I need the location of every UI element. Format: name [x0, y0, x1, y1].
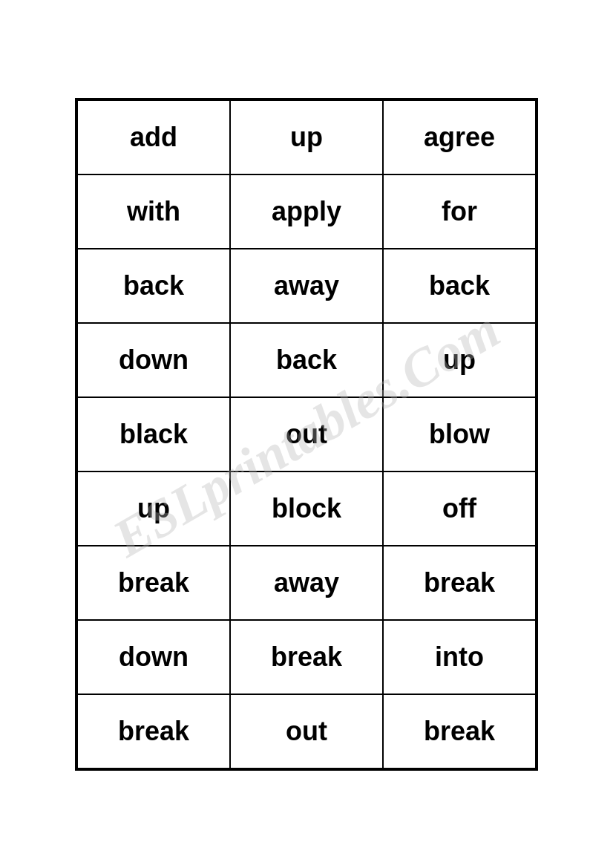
cell-6-2: break	[383, 546, 536, 620]
cell-3-1: back	[230, 323, 383, 397]
cell-5-1: block	[230, 471, 383, 546]
cell-8-1: out	[230, 694, 383, 769]
cell-6-0: break	[77, 546, 230, 620]
cell-7-0: down	[77, 620, 230, 694]
table-row: backawayback	[77, 249, 536, 323]
cell-5-2: off	[383, 471, 536, 546]
table-row: withapplyfor	[77, 174, 536, 249]
cell-7-2: into	[383, 620, 536, 694]
cell-3-2: up	[383, 323, 536, 397]
cell-1-2: for	[383, 174, 536, 249]
cell-4-0: black	[77, 397, 230, 471]
table-row: upblockoff	[77, 471, 536, 546]
table-row: breakawaybreak	[77, 546, 536, 620]
cell-5-0: up	[77, 471, 230, 546]
cell-3-0: down	[77, 323, 230, 397]
cell-8-2: break	[383, 694, 536, 769]
cell-1-1: apply	[230, 174, 383, 249]
cell-8-0: break	[77, 694, 230, 769]
table-row: downbreakinto	[77, 620, 536, 694]
cell-0-0: add	[77, 100, 230, 174]
page: ESLprintables.Com addupagreewithapplyfor…	[0, 0, 613, 868]
cell-2-0: back	[77, 249, 230, 323]
cell-6-1: away	[230, 546, 383, 620]
cell-4-2: blow	[383, 397, 536, 471]
table-row: downbackup	[77, 323, 536, 397]
table-row: blackoutblow	[77, 397, 536, 471]
cell-2-2: back	[383, 249, 536, 323]
table-row: addupagree	[77, 100, 536, 174]
cell-0-2: agree	[383, 100, 536, 174]
cell-0-1: up	[230, 100, 383, 174]
word-table: addupagreewithapplyforbackawaybackdownba…	[76, 99, 537, 769]
cell-2-1: away	[230, 249, 383, 323]
cell-1-0: with	[77, 174, 230, 249]
table-row: breakoutbreak	[77, 694, 536, 769]
cell-4-1: out	[230, 397, 383, 471]
cell-7-1: break	[230, 620, 383, 694]
word-table-container: addupagreewithapplyforbackawaybackdownba…	[75, 98, 538, 771]
